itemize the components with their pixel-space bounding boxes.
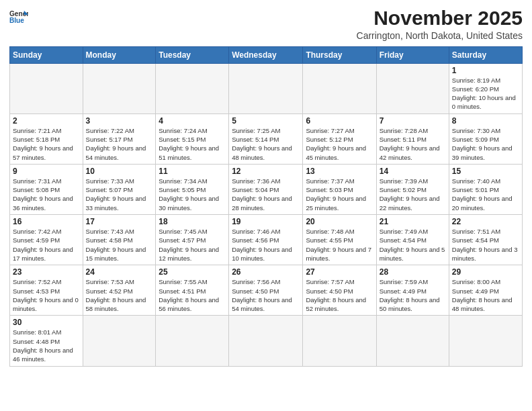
- calendar-cell: [376, 63, 449, 113]
- day-number: 10: [86, 167, 153, 176]
- day-number: 29: [452, 267, 519, 277]
- calendar-cell: 22Sunrise: 7:51 AM Sunset: 4:54 PM Dayli…: [449, 215, 522, 265]
- day-number: 14: [380, 167, 446, 176]
- calendar-cell: 29Sunrise: 8:00 AM Sunset: 4:49 PM Dayli…: [449, 265, 522, 316]
- day-number: 12: [232, 167, 300, 176]
- calendar-cell: 18Sunrise: 7:45 AM Sunset: 4:57 PM Dayli…: [156, 215, 229, 265]
- day-number: 5: [232, 116, 300, 126]
- day-number: 2: [13, 116, 80, 126]
- day-number: 26: [232, 267, 300, 277]
- day-number: 15: [452, 167, 519, 176]
- calendar-cell: [376, 316, 449, 366]
- day-number: 27: [306, 267, 373, 277]
- page: General Blue November 2025 Carrington, N…: [0, 0, 532, 411]
- day-info: Sunrise: 7:36 AM Sunset: 5:04 PM Dayligh…: [232, 177, 300, 212]
- calendar-cell: [83, 63, 156, 113]
- calendar-cell: [83, 316, 156, 366]
- day-number: 13: [306, 167, 373, 176]
- day-info: Sunrise: 7:37 AM Sunset: 5:03 PM Dayligh…: [306, 177, 373, 212]
- day-info: Sunrise: 7:56 AM Sunset: 4:50 PM Dayligh…: [232, 277, 300, 313]
- generalblue-logo-icon: General Blue: [9, 9, 28, 24]
- day-number: 30: [13, 318, 80, 327]
- calendar-cell: 15Sunrise: 7:40 AM Sunset: 5:01 PM Dayli…: [449, 164, 522, 214]
- calendar-cell: [10, 63, 83, 113]
- calendar-week-row: 9Sunrise: 7:31 AM Sunset: 5:08 PM Daylig…: [10, 164, 523, 214]
- calendar-cell: 6Sunrise: 7:27 AM Sunset: 5:12 PM Daylig…: [303, 113, 376, 164]
- day-number: 19: [232, 217, 300, 226]
- title-block: November 2025 Carrington, North Dakota, …: [357, 7, 523, 41]
- day-number: 25: [159, 267, 226, 277]
- calendar-cell: [449, 316, 522, 366]
- header-monday: Monday: [83, 46, 156, 63]
- calendar-cell: 16Sunrise: 7:42 AM Sunset: 4:59 PM Dayli…: [10, 215, 83, 265]
- day-info: Sunrise: 8:01 AM Sunset: 4:48 PM Dayligh…: [13, 328, 80, 363]
- header-thursday: Thursday: [303, 46, 376, 63]
- day-info: Sunrise: 7:22 AM Sunset: 5:17 PM Dayligh…: [86, 126, 153, 162]
- day-info: Sunrise: 7:30 AM Sunset: 5:09 PM Dayligh…: [452, 126, 519, 162]
- day-info: Sunrise: 7:25 AM Sunset: 5:14 PM Dayligh…: [232, 126, 300, 162]
- calendar-cell: 2Sunrise: 7:21 AM Sunset: 5:18 PM Daylig…: [10, 113, 83, 164]
- calendar-cell: [156, 316, 229, 366]
- calendar-cell: 5Sunrise: 7:25 AM Sunset: 5:14 PM Daylig…: [229, 113, 303, 164]
- day-number: 11: [159, 167, 226, 176]
- calendar-cell: 8Sunrise: 7:30 AM Sunset: 5:09 PM Daylig…: [449, 113, 522, 164]
- day-number: 28: [380, 267, 446, 277]
- day-number: 22: [452, 217, 519, 226]
- day-info: Sunrise: 7:59 AM Sunset: 4:49 PM Dayligh…: [380, 277, 446, 313]
- day-info: Sunrise: 7:21 AM Sunset: 5:18 PM Dayligh…: [13, 126, 80, 162]
- calendar-cell: 19Sunrise: 7:46 AM Sunset: 4:56 PM Dayli…: [229, 215, 303, 265]
- day-info: Sunrise: 7:34 AM Sunset: 5:05 PM Dayligh…: [159, 177, 226, 212]
- day-info: Sunrise: 7:27 AM Sunset: 5:12 PM Dayligh…: [306, 126, 373, 162]
- day-number: 1: [452, 66, 519, 75]
- day-number: 6: [306, 116, 373, 126]
- calendar-cell: 11Sunrise: 7:34 AM Sunset: 5:05 PM Dayli…: [156, 164, 229, 214]
- day-number: 24: [86, 267, 153, 277]
- day-info: Sunrise: 7:43 AM Sunset: 4:58 PM Dayligh…: [86, 227, 153, 263]
- logo: General Blue: [9, 9, 28, 24]
- calendar-cell: 3Sunrise: 7:22 AM Sunset: 5:17 PM Daylig…: [83, 113, 156, 164]
- day-number: 9: [13, 167, 80, 176]
- day-number: 4: [159, 116, 226, 126]
- day-number: 21: [380, 217, 446, 226]
- calendar-header-row: Sunday Monday Tuesday Wednesday Thursday…: [10, 46, 523, 63]
- day-info: Sunrise: 7:53 AM Sunset: 4:52 PM Dayligh…: [86, 277, 153, 313]
- calendar-cell: 21Sunrise: 7:49 AM Sunset: 4:54 PM Dayli…: [376, 215, 449, 265]
- header-saturday: Saturday: [449, 46, 522, 63]
- day-info: Sunrise: 7:57 AM Sunset: 4:50 PM Dayligh…: [306, 277, 373, 313]
- calendar-week-row: 2Sunrise: 7:21 AM Sunset: 5:18 PM Daylig…: [10, 113, 523, 164]
- day-number: 20: [306, 217, 373, 226]
- day-info: Sunrise: 7:55 AM Sunset: 4:51 PM Dayligh…: [159, 277, 226, 313]
- calendar-cell: 24Sunrise: 7:53 AM Sunset: 4:52 PM Dayli…: [83, 265, 156, 316]
- day-number: 8: [452, 116, 519, 126]
- day-number: 7: [380, 116, 446, 126]
- calendar-cell: 17Sunrise: 7:43 AM Sunset: 4:58 PM Dayli…: [83, 215, 156, 265]
- day-info: Sunrise: 8:19 AM Sunset: 6:20 PM Dayligh…: [452, 76, 519, 111]
- day-info: Sunrise: 7:28 AM Sunset: 5:11 PM Dayligh…: [380, 126, 446, 162]
- calendar-cell: 9Sunrise: 7:31 AM Sunset: 5:08 PM Daylig…: [10, 164, 83, 214]
- calendar-title: November 2025: [357, 7, 523, 30]
- day-number: 17: [86, 217, 153, 226]
- day-info: Sunrise: 7:33 AM Sunset: 5:07 PM Dayligh…: [86, 177, 153, 212]
- day-info: Sunrise: 7:31 AM Sunset: 5:08 PM Dayligh…: [13, 177, 80, 212]
- calendar-week-row: 16Sunrise: 7:42 AM Sunset: 4:59 PM Dayli…: [10, 215, 523, 265]
- calendar-cell: 12Sunrise: 7:36 AM Sunset: 5:04 PM Dayli…: [229, 164, 303, 214]
- calendar-cell: 7Sunrise: 7:28 AM Sunset: 5:11 PM Daylig…: [376, 113, 449, 164]
- calendar-cell: 14Sunrise: 7:39 AM Sunset: 5:02 PM Dayli…: [376, 164, 449, 214]
- calendar-body: 1Sunrise: 8:19 AM Sunset: 6:20 PM Daylig…: [10, 63, 523, 366]
- calendar-cell: 25Sunrise: 7:55 AM Sunset: 4:51 PM Dayli…: [156, 265, 229, 316]
- day-info: Sunrise: 7:40 AM Sunset: 5:01 PM Dayligh…: [452, 177, 519, 212]
- day-info: Sunrise: 8:00 AM Sunset: 4:49 PM Dayligh…: [452, 277, 519, 313]
- day-info: Sunrise: 7:46 AM Sunset: 4:56 PM Dayligh…: [232, 227, 300, 263]
- header-friday: Friday: [376, 46, 449, 63]
- day-number: 18: [159, 217, 226, 226]
- day-number: 3: [86, 116, 153, 126]
- header: General Blue November 2025 Carrington, N…: [9, 7, 523, 41]
- calendar-cell: 23Sunrise: 7:52 AM Sunset: 4:53 PM Dayli…: [10, 265, 83, 316]
- calendar-cell: 4Sunrise: 7:24 AM Sunset: 5:15 PM Daylig…: [156, 113, 229, 164]
- day-info: Sunrise: 7:52 AM Sunset: 4:53 PM Dayligh…: [13, 277, 80, 313]
- header-wednesday: Wednesday: [229, 46, 303, 63]
- day-number: 16: [13, 217, 80, 226]
- calendar-week-row: 1Sunrise: 8:19 AM Sunset: 6:20 PM Daylig…: [10, 63, 523, 113]
- day-info: Sunrise: 7:39 AM Sunset: 5:02 PM Dayligh…: [380, 177, 446, 212]
- calendar-subtitle: Carrington, North Dakota, United States: [357, 30, 523, 41]
